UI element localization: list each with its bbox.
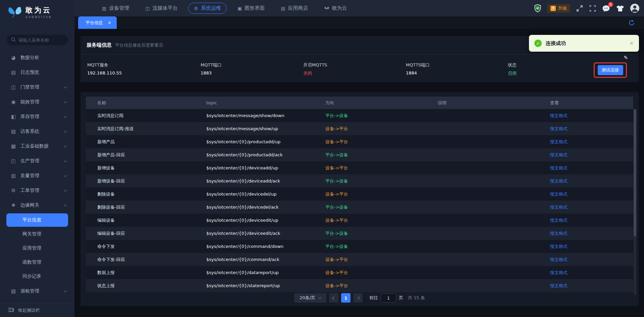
- cell-topic: $sys/iotcenter/{0}/statereport/up: [195, 283, 314, 288]
- sidebar-item-work-order-management[interactable]: ⚙ 工单管理: [0, 183, 74, 198]
- cell-direction: 设备->平台: [314, 257, 426, 263]
- cell-direction: 平台->设备: [314, 230, 426, 236]
- table-row: 删除设备-回应 $sys/iotcenter/{0}/devicedel/ack…: [86, 201, 633, 214]
- topnav-item-ganweiyun[interactable]: 敢为云: [319, 3, 353, 13]
- menu-search-box[interactable]: [7, 35, 68, 45]
- collapse-sidebar-button[interactable]: 收起侧边栏: [0, 303, 74, 317]
- topnav-item-device-management[interactable]: ▥ 设备管理: [97, 3, 135, 13]
- table-body: 实时消息订阅 $sys/iotcenter/message/show/down …: [86, 109, 633, 292]
- goto-label: 前往: [369, 295, 378, 301]
- page-unit-label: 页: [399, 295, 403, 301]
- edit-pencil-icon[interactable]: ✎: [624, 55, 628, 61]
- search-input[interactable]: [18, 38, 63, 43]
- user-avatar[interactable]: [630, 4, 639, 13]
- table-row: 命令下发 $sys/iotcenter/{0}/command/down 平台-…: [86, 240, 633, 253]
- view-format-link[interactable]: 报文格式: [550, 165, 568, 170]
- sidebar-item-energy-management[interactable]: ◉ 能效管理: [0, 95, 74, 109]
- sidebar-item-label: 能效管理: [20, 99, 64, 105]
- sidebar-subitem-function-management[interactable]: 函数管理: [6, 256, 68, 269]
- prev-page-button[interactable]: [329, 293, 338, 303]
- view-format-link[interactable]: 报文格式: [550, 192, 568, 197]
- topbar-right: ↑ 升级 0: [534, 0, 639, 16]
- view-format-link[interactable]: 报文格式: [550, 178, 568, 183]
- topnav-item-label: 图形界面: [245, 5, 265, 11]
- view-format-link[interactable]: 报文格式: [550, 270, 568, 275]
- test-connection-button[interactable]: 测试连接: [598, 65, 623, 75]
- quality-icon: ▥: [10, 173, 17, 179]
- table-scrollbar-thumb[interactable]: [634, 109, 636, 236]
- chevron-left-icon: [332, 296, 335, 300]
- bar-chart-icon: ▦: [10, 143, 17, 149]
- chevron-down-icon: [64, 100, 67, 103]
- sidebar-item-industrial-base-data[interactable]: ▦ 工业基础数据: [0, 139, 74, 154]
- chevron-right-icon: [356, 296, 360, 300]
- upgrade-button[interactable]: ↑ 升级: [547, 4, 570, 13]
- view-format-link[interactable]: 报文格式: [550, 152, 568, 157]
- success-toast: ✓ 连接成功 ×: [529, 35, 639, 52]
- tabbar: 平台信息 ×: [74, 16, 644, 29]
- field-value: 1884: [406, 70, 508, 75]
- cell-topic: $sys/iotcenter/{0}/datareport/up: [195, 270, 314, 275]
- tab-platform-info[interactable]: 平台信息 ×: [78, 16, 117, 29]
- sidebar: 敢为云 GANWEIYUN ◕ 数据分析 ▤ 日志预览 ◫ 门禁管理: [0, 0, 74, 317]
- sidebar-item-inventory-management[interactable]: ◧ 库存管理: [0, 109, 74, 124]
- sidebar-item-quality-management[interactable]: ▥ 质量管理: [0, 168, 74, 183]
- view-format-link[interactable]: 报文格式: [550, 205, 568, 210]
- sidebar-item-label: 工单管理: [20, 188, 64, 194]
- table-row: 编辑设备 $sys/iotcenter/{0}/deviceedit/up 设备…: [86, 214, 633, 227]
- topnav-item-graphic-interface[interactable]: ▣ 图形界面: [232, 3, 270, 13]
- tab-label: 平台信息: [86, 20, 103, 26]
- production-icon: ◰: [10, 158, 17, 164]
- sidebar-subitem-gateway-management[interactable]: 网关管理: [6, 227, 68, 241]
- view-format-link[interactable]: 报文格式: [550, 257, 568, 262]
- sidebar-item-label: 质量管理: [20, 173, 64, 179]
- security-shield-icon[interactable]: [534, 4, 541, 12]
- next-page-button[interactable]: [353, 293, 363, 303]
- view-format-link[interactable]: 报文格式: [550, 244, 568, 249]
- server-field-2: 开启MQTTS 关闭: [303, 62, 406, 76]
- current-page-button[interactable]: 1: [341, 293, 351, 303]
- cell-name: 状态上报: [86, 283, 195, 289]
- sidebar-item-production-management[interactable]: ◰ 生产管理: [0, 154, 74, 168]
- cell-name: 新增产品: [86, 139, 195, 145]
- view-format-link[interactable]: 报文格式: [550, 139, 568, 144]
- cell-direction: 设备->平台: [314, 126, 426, 132]
- topnav-item-app-store[interactable]: ▤ 应用商店: [275, 3, 313, 13]
- cell-direction: 设备->平台: [314, 270, 426, 276]
- chevron-down-icon: [318, 296, 322, 299]
- tab-close-icon[interactable]: ×: [108, 20, 111, 25]
- fullscreen-expand-icon[interactable]: [576, 5, 583, 12]
- butterfly-icon: [324, 6, 329, 10]
- table-row: 数据上报 $sys/iotcenter/{0}/datareport/up 设备…: [86, 266, 633, 279]
- cell-name: 新增产品-回应: [86, 152, 195, 158]
- view-format-link[interactable]: 报文格式: [550, 231, 568, 236]
- sidebar-subitem-sync-records[interactable]: 同步记录: [6, 270, 68, 283]
- shirt-theme-icon[interactable]: [616, 5, 625, 12]
- messages-icon[interactable]: 0: [602, 5, 610, 12]
- topnav-items: ▥ 设备管理 ◫ 流媒体平台 ⚙ 系统运维 ▣ 图形界面 ▤ 应用商店 敢为云: [97, 0, 353, 16]
- refresh-icon[interactable]: [628, 19, 635, 26]
- table-row: 状态上报 $sys/iotcenter/{0}/statereport/up 设…: [86, 279, 633, 292]
- topnav-item-stream-media-platform[interactable]: ◫ 流媒体平台: [140, 3, 183, 13]
- sidebar-item-access-control[interactable]: ◫ 门禁管理: [0, 80, 74, 95]
- sidebar-item-inspection-management[interactable]: ▧ 巡检管理: [0, 284, 74, 299]
- sidebar-item-visitor-system[interactable]: ▨ 访客系统: [0, 124, 74, 139]
- topnav-item-system-ops[interactable]: ⚙ 系统运维: [188, 3, 227, 14]
- cell-direction: 设备->平台: [314, 217, 426, 223]
- view-format-link[interactable]: 报文格式: [550, 126, 568, 131]
- sidebar-item-log-preview[interactable]: ▤ 日志预览: [0, 65, 74, 80]
- page-size-select[interactable]: 20条/页: [294, 293, 326, 303]
- field-value: 启用: [508, 70, 575, 76]
- sidebar-item-data-analysis[interactable]: ◕ 数据分析: [0, 50, 74, 65]
- sidebar-item-edge-gateway[interactable]: ❖ 边缘网关: [0, 198, 74, 213]
- sidebar-subitem-platform-info[interactable]: 平台信息: [6, 213, 68, 227]
- sidebar-subitem-app-management[interactable]: 应用管理: [6, 242, 68, 255]
- goto-page-input[interactable]: [381, 293, 396, 303]
- frame-capture-icon[interactable]: [589, 5, 596, 12]
- toast-close-icon[interactable]: ×: [629, 40, 634, 46]
- view-format-link[interactable]: 报文格式: [550, 283, 568, 288]
- view-format-link[interactable]: 报文格式: [550, 113, 568, 118]
- view-format-link[interactable]: 报文格式: [550, 218, 568, 223]
- field-label: MQTTS端口: [406, 62, 508, 68]
- table-row: 新增产品-回应 $sys/iotcenter/{0}/productadd/ac…: [86, 148, 633, 161]
